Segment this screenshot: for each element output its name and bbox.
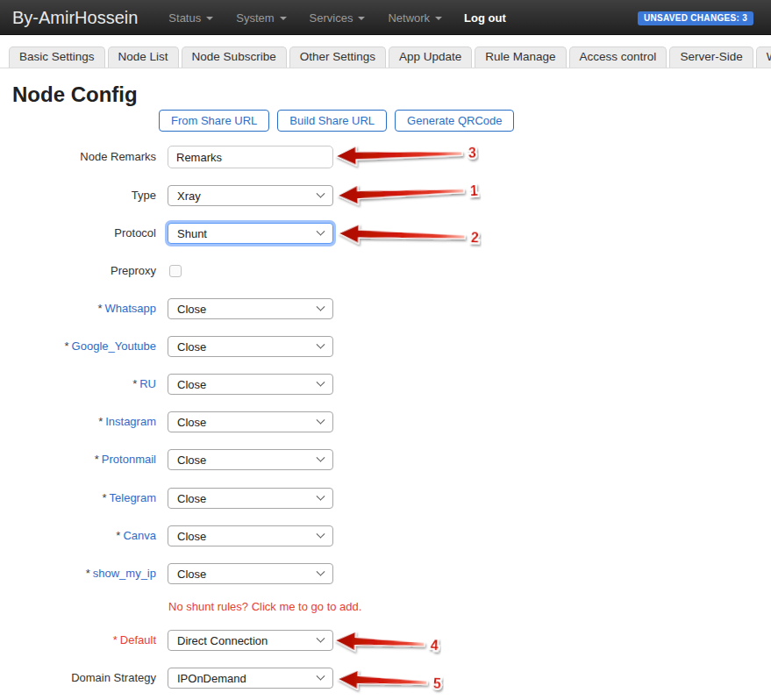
shunt-row: *Protonmail Close: [0, 449, 526, 472]
shunt-row: *show_my_ip Close: [0, 563, 526, 586]
domain-strategy-row: Domain Strategy IPOnDemand: [0, 668, 526, 690]
chevron-down-icon: [317, 491, 325, 500]
menu-services[interactable]: Services: [298, 0, 377, 35]
tab-watch-logs[interactable]: Watch Logs: [756, 46, 771, 68]
selected-value: Shunt: [177, 227, 207, 240]
required-marker: *: [98, 415, 103, 428]
no-shunt-rules-link[interactable]: No shunt rules? Click me to go to add.: [168, 600, 361, 613]
preproxy-checkbox[interactable]: [169, 265, 182, 277]
required-marker: *: [95, 453, 99, 466]
menu-status[interactable]: Status: [157, 0, 225, 35]
chevron-down-icon: [317, 302, 325, 311]
caret-down-icon: [358, 17, 365, 20]
required-marker: *: [86, 567, 90, 580]
selected-value: Close: [177, 454, 206, 467]
unsaved-changes-badge: UNSAVED CHANGES: 3: [638, 11, 753, 25]
protonmail-label: *Protonmail: [0, 449, 156, 470]
menu-network[interactable]: Network: [376, 0, 453, 35]
show-my-ip-select[interactable]: Close: [168, 563, 333, 584]
node-remarks-input[interactable]: [168, 146, 333, 168]
chevron-down-icon: [317, 529, 325, 538]
chevron-down-icon: [317, 453, 325, 461]
selected-value: Close: [177, 378, 206, 391]
selected-value: Direct Connection: [177, 634, 268, 647]
required-marker: *: [116, 529, 120, 542]
from-share-url-button[interactable]: From Share URL: [159, 110, 269, 132]
shunt-rule-link-show-my-ip[interactable]: show_my_ip: [93, 567, 156, 580]
required-marker: *: [102, 491, 106, 504]
type-row: Type Xray: [0, 185, 526, 208]
tab-node-list[interactable]: Node List: [108, 46, 179, 68]
menu-system[interactable]: System: [225, 0, 297, 35]
selected-value: Close: [177, 303, 206, 316]
menu-services-label: Services: [310, 11, 353, 25]
google-youtube-label: *Google_Youtube: [0, 336, 156, 357]
protocol-row: Protocol Shunt: [0, 223, 526, 246]
chevron-down-icon: [317, 633, 325, 642]
build-share-url-button[interactable]: Build Share URL: [277, 110, 387, 132]
brand[interactable]: By-AmirHossein: [12, 8, 138, 28]
share-toolbar: From Share URL Build Share URL Generate …: [159, 110, 514, 132]
shunt-rule-link-protonmail[interactable]: Protonmail: [102, 453, 156, 466]
menu-status-label: Status: [168, 11, 201, 25]
tab-server-side[interactable]: Server-Side: [669, 46, 753, 68]
tab-access-control[interactable]: Access control: [569, 46, 667, 68]
ru-label: *RU: [0, 374, 156, 395]
shunt-rule-link-telegram[interactable]: Telegram: [110, 491, 156, 504]
default-select[interactable]: Direct Connection: [168, 630, 333, 651]
shunt-rule-link-google-youtube[interactable]: Google_Youtube: [72, 339, 156, 353]
default-row: *Default Direct Connection: [0, 630, 526, 653]
tab-rule-manage[interactable]: Rule Manage: [475, 46, 566, 68]
tab-node-subscribe[interactable]: Node Subscribe: [182, 46, 287, 68]
google-youtube-select[interactable]: Close: [168, 336, 333, 357]
menu-network-label: Network: [388, 11, 430, 25]
default-label: *Default: [0, 630, 156, 651]
logout-link[interactable]: Log out: [453, 0, 517, 35]
instagram-label: *Instagram: [0, 411, 156, 432]
menu-system-label: System: [236, 11, 274, 25]
chevron-down-icon: [317, 567, 325, 575]
tab-app-update[interactable]: App Update: [389, 46, 472, 68]
ru-select[interactable]: Close: [168, 374, 333, 395]
shunt-rule-link-ru[interactable]: RU: [139, 377, 156, 390]
tab-other-settings[interactable]: Other Settings: [289, 46, 386, 68]
shunt-rule-link-canva[interactable]: Canva: [123, 529, 156, 542]
domain-strategy-select[interactable]: IPOnDemand: [168, 668, 333, 689]
preproxy-label: Preproxy: [0, 261, 156, 282]
default-label-text: Default: [120, 633, 156, 646]
tab-basic-settings[interactable]: Basic Settings: [9, 46, 105, 68]
domain-strategy-label: Domain Strategy: [0, 668, 156, 689]
canva-select[interactable]: Close: [168, 525, 333, 546]
page: By-AmirHossein Status System Services Ne…: [0, 0, 771, 700]
selected-value: Close: [177, 530, 206, 543]
preproxy-row: Preproxy: [0, 261, 526, 283]
generate-qrcode-button[interactable]: Generate QRCode: [395, 110, 514, 132]
instagram-select[interactable]: Close: [168, 411, 333, 432]
shunt-rule-link-instagram[interactable]: Instagram: [105, 415, 156, 428]
tab-bar: Basic Settings Node List Node Subscribe …: [0, 47, 771, 68]
required-marker: *: [113, 633, 118, 646]
protonmail-select[interactable]: Close: [168, 449, 333, 470]
type-select[interactable]: Xray: [168, 185, 333, 206]
protocol-select[interactable]: Shunt: [168, 223, 333, 244]
telegram-select[interactable]: Close: [168, 488, 333, 509]
shunt-row: *Google_Youtube Close: [0, 336, 526, 359]
chevron-down-icon: [317, 226, 325, 235]
shunt-row: *RU Close: [0, 374, 526, 396]
protocol-label: Protocol: [0, 223, 156, 244]
caret-down-icon: [280, 17, 287, 20]
caret-down-icon: [206, 17, 213, 20]
shunt-row: *Telegram Close: [0, 488, 526, 511]
whatsapp-label: *Whatsapp: [0, 298, 156, 319]
whatsapp-select[interactable]: Close: [168, 298, 333, 319]
chevron-down-icon: [317, 189, 325, 197]
caret-down-icon: [435, 17, 442, 20]
shunt-row: *Canva Close: [0, 525, 526, 548]
type-label: Type: [0, 185, 156, 206]
selected-value: Close: [177, 340, 206, 354]
shunt-rule-link-whatsapp[interactable]: Whatsapp: [104, 302, 156, 315]
navbar: By-AmirHossein Status System Services Ne…: [0, 0, 771, 35]
chevron-down-icon: [317, 671, 325, 680]
chevron-down-icon: [317, 339, 325, 348]
shunt-row: *Instagram Close: [0, 411, 526, 434]
